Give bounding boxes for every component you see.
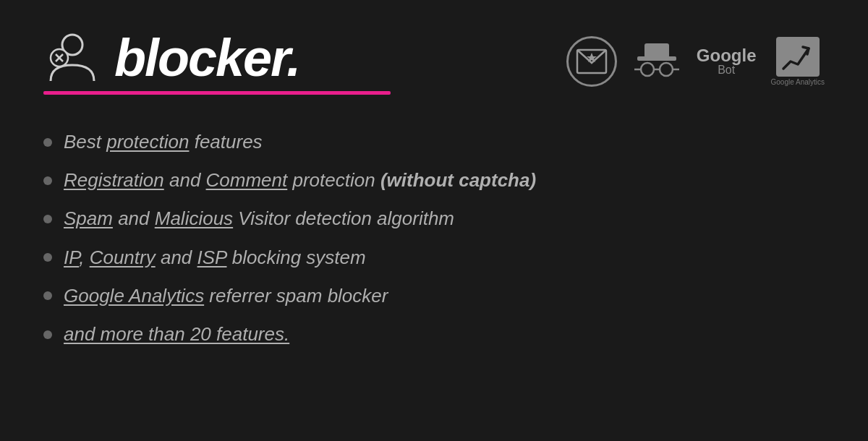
feature-text: Best protection features bbox=[64, 131, 263, 153]
logo-icon bbox=[43, 29, 101, 87]
list-item: Spam and Malicious Visitor detection alg… bbox=[43, 207, 825, 230]
spy-icon bbox=[631, 36, 682, 87]
feature-text: Google Analytics referrer spam blocker bbox=[64, 285, 388, 307]
list-item: Google Analytics referrer spam blocker bbox=[43, 285, 825, 307]
main-container: blocker. bbox=[0, 0, 868, 441]
envelope-icon bbox=[566, 36, 617, 87]
bullet-icon bbox=[43, 253, 52, 262]
feature-text: Registration and Comment protection (wit… bbox=[64, 169, 536, 192]
feature-text: and more than 20 features. bbox=[64, 323, 289, 346]
list-item: IP, Country and ISP blocking system bbox=[43, 247, 825, 269]
googlebot-icon: Google Bot bbox=[697, 47, 757, 76]
svg-point-9 bbox=[660, 63, 673, 76]
bullet-icon bbox=[43, 215, 52, 223]
logo-section: blocker. bbox=[43, 29, 391, 95]
google-text: Google bbox=[697, 47, 757, 64]
analytics-label: Google Analytics bbox=[771, 78, 825, 86]
bullet-icon bbox=[43, 176, 52, 185]
list-item: and more than 20 features. bbox=[43, 323, 825, 346]
logo-row: blocker. bbox=[43, 29, 391, 87]
list-item: Best protection features bbox=[43, 131, 825, 153]
logo-word: blocker bbox=[114, 29, 286, 87]
logo-dot: . bbox=[286, 29, 299, 87]
logo-underline bbox=[43, 91, 391, 95]
logo-text: blocker. bbox=[114, 32, 299, 84]
svg-point-8 bbox=[641, 63, 654, 76]
svg-rect-7 bbox=[644, 43, 669, 58]
bot-text: Bot bbox=[718, 64, 735, 76]
bullet-icon bbox=[43, 138, 52, 147]
feature-text: IP, Country and ISP blocking system bbox=[64, 247, 366, 269]
feature-list: Best protection features Registration an… bbox=[43, 131, 825, 346]
bullet-icon bbox=[43, 330, 52, 339]
google-analytics-icon: Google Analytics bbox=[771, 37, 825, 86]
analytics-chart bbox=[776, 37, 820, 77]
bullet-icon bbox=[43, 291, 52, 300]
right-icons: Google Bot Google Analytics bbox=[566, 36, 825, 87]
header: blocker. bbox=[43, 29, 825, 95]
feature-text: Spam and Malicious Visitor detection alg… bbox=[64, 207, 454, 230]
list-item: Registration and Comment protection (wit… bbox=[43, 169, 825, 192]
